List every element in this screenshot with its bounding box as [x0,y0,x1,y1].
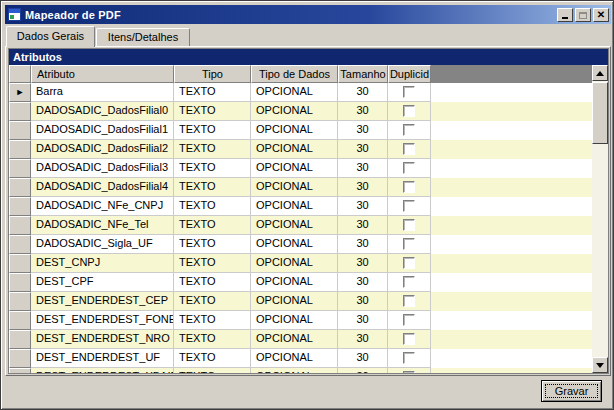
cell-atributo[interactable]: DEST_ENDERDEST_UF [31,349,174,368]
cell-duplicid[interactable] [388,292,431,311]
duplicid-checkbox[interactable] [403,86,415,98]
row-selector[interactable]: ► [9,216,31,235]
row-selector[interactable]: ► [9,349,31,368]
cell-duplicid[interactable] [388,102,431,121]
duplicid-checkbox[interactable] [403,143,415,155]
row-selector[interactable]: ► [9,368,31,373]
titlebar[interactable]: Mapeador de PDF ✕ [5,5,611,24]
cell-tamanho[interactable]: 30 [338,273,388,292]
cell-duplicid[interactable] [388,368,431,373]
cell-tipo-de-dados[interactable]: OPCIONAL [251,121,338,140]
cell-tipo[interactable]: TEXTO [174,83,251,102]
row-selector[interactable]: ► [9,83,31,102]
scroll-up-button[interactable] [592,65,608,81]
duplicid-checkbox[interactable] [403,124,415,136]
cell-tamanho[interactable]: 30 [338,159,388,178]
duplicid-checkbox[interactable] [403,105,415,117]
cell-tipo[interactable]: TEXTO [174,330,251,349]
row-selector[interactable]: ► [9,102,31,121]
cell-atributo[interactable]: DADOSADIC_DadosFilial4 [31,178,174,197]
row-selector[interactable]: ► [9,159,31,178]
duplicid-checkbox[interactable] [403,181,415,193]
cell-atributo[interactable]: DADOSADIC_DadosFilial1 [31,121,174,140]
cell-tipo-de-dados[interactable]: OPCIONAL [251,254,338,273]
duplicid-checkbox[interactable] [403,295,415,307]
cell-tipo[interactable]: TEXTO [174,140,251,159]
cell-tamanho[interactable]: 30 [338,83,388,102]
cell-tipo-de-dados[interactable]: OPCIONAL [251,102,338,121]
cell-tipo[interactable]: TEXTO [174,102,251,121]
cell-duplicid[interactable] [388,273,431,292]
row-selector[interactable]: ► [9,197,31,216]
tab-itens-detalhes[interactable]: Itens/Detalhes [96,28,190,47]
cell-tamanho[interactable]: 30 [338,368,388,373]
cell-tipo[interactable]: TEXTO [174,235,251,254]
cell-tipo[interactable]: TEXTO [174,349,251,368]
cell-tamanho[interactable]: 30 [338,235,388,254]
column-header-4[interactable]: Duplicid [388,65,431,83]
cell-duplicid[interactable] [388,235,431,254]
cell-tamanho[interactable]: 30 [338,140,388,159]
cell-tipo[interactable]: TEXTO [174,159,251,178]
cell-duplicid[interactable] [388,330,431,349]
cell-tamanho[interactable]: 30 [338,102,388,121]
column-header-3[interactable]: Tamanho [338,65,388,83]
cell-tipo-de-dados[interactable]: OPCIONAL [251,235,338,254]
cell-duplicid[interactable] [388,197,431,216]
cell-atributo[interactable]: DADOSADIC_Sigla_UF [31,235,174,254]
cell-tamanho[interactable]: 30 [338,292,388,311]
cell-duplicid[interactable] [388,178,431,197]
minimize-button[interactable] [557,8,573,22]
cell-atributo[interactable]: DADOSADIC_NFe_Tel [31,216,174,235]
gravar-button[interactable]: Gravar [541,380,602,402]
tab-dados-gerais[interactable]: Dados Gerais [6,26,95,47]
cell-tipo-de-dados[interactable]: OPCIONAL [251,311,338,330]
cell-atributo[interactable]: DADOSADIC_DadosFilial3 [31,159,174,178]
close-button[interactable]: ✕ [593,8,609,22]
row-selector[interactable]: ► [9,178,31,197]
cell-tipo-de-dados[interactable]: OPCIONAL [251,83,338,102]
duplicid-checkbox[interactable] [403,352,415,364]
cell-duplicid[interactable] [388,121,431,140]
column-header-2[interactable]: Tipo de Dados [251,65,338,83]
cell-tamanho[interactable]: 30 [338,216,388,235]
row-selector[interactable]: ► [9,273,31,292]
row-selector[interactable]: ► [9,311,31,330]
vertical-scrollbar[interactable] [592,65,608,373]
duplicid-checkbox[interactable] [403,200,415,212]
cell-tamanho[interactable]: 30 [338,178,388,197]
cell-atributo[interactable]: DEST_ENDERDEST_CEP [31,292,174,311]
cell-tamanho[interactable]: 30 [338,311,388,330]
cell-tamanho[interactable]: 30 [338,197,388,216]
cell-duplicid[interactable] [388,349,431,368]
cell-tipo[interactable]: TEXTO [174,292,251,311]
cell-tamanho[interactable]: 30 [338,349,388,368]
cell-tipo-de-dados[interactable]: OPCIONAL [251,216,338,235]
column-header-1[interactable]: Tipo [174,65,251,83]
cell-tipo[interactable]: TEXTO [174,216,251,235]
cell-duplicid[interactable] [388,254,431,273]
cell-duplicid[interactable] [388,216,431,235]
cell-tipo-de-dados[interactable]: OPCIONAL [251,140,338,159]
cell-tipo-de-dados[interactable]: OPCIONAL [251,330,338,349]
cell-tipo-de-dados[interactable]: OPCIONAL [251,159,338,178]
cell-tamanho[interactable]: 30 [338,254,388,273]
cell-atributo[interactable]: DEST_CPF [31,273,174,292]
duplicid-checkbox[interactable] [403,162,415,174]
cell-tipo[interactable]: TEXTO [174,254,251,273]
cell-atributo[interactable]: DADOSADIC_DadosFilial2 [31,140,174,159]
cell-tipo-de-dados[interactable]: OPCIONAL [251,273,338,292]
cell-atributo[interactable]: DEST_ENDERDEST_NRO [31,330,174,349]
cell-tipo[interactable]: TEXTO [174,273,251,292]
row-selector[interactable]: ► [9,140,31,159]
cell-atributo[interactable]: DADOSADIC_DadosFilial0 [31,102,174,121]
column-header-0[interactable]: Atributo [31,65,174,83]
cell-atributo[interactable]: DADOSADIC_NFe_CNPJ [31,197,174,216]
cell-duplicid[interactable] [388,83,431,102]
cell-atributo[interactable]: DEST_CNPJ [31,254,174,273]
duplicid-checkbox[interactable] [403,314,415,326]
maximize-button[interactable] [575,8,591,22]
cell-tipo-de-dados[interactable]: OPCIONAL [251,368,338,373]
row-selector[interactable]: ► [9,235,31,254]
row-selector[interactable]: ► [9,330,31,349]
